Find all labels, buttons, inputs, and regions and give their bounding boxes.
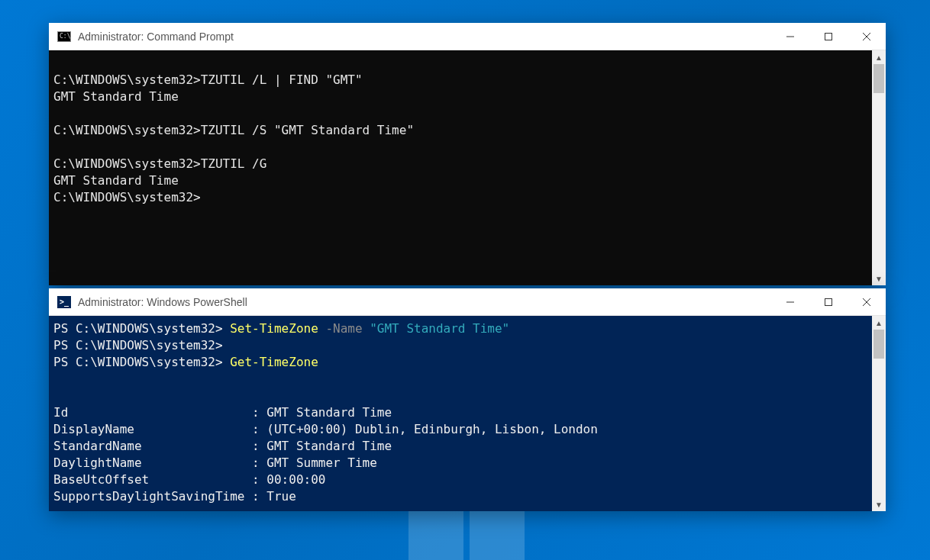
svg-rect-1 xyxy=(825,33,832,40)
windows-desktop-logo xyxy=(408,511,531,560)
close-button[interactable] xyxy=(848,23,886,50)
minimize-button[interactable] xyxy=(771,288,809,315)
ps-title: Administrator: Windows PowerShell xyxy=(78,296,771,308)
minimize-button[interactable] xyxy=(771,23,809,50)
scroll-up-icon[interactable]: ▲ xyxy=(872,50,886,64)
ps-terminal-output[interactable]: PS C:\WINDOWS\system32> Set-TimeZone -Na… xyxy=(49,316,872,511)
cmd-app-icon: C:\ xyxy=(57,31,72,43)
scrollbar-thumb[interactable] xyxy=(873,64,884,93)
scrollbar-thumb[interactable] xyxy=(873,330,884,359)
cmd-titlebar[interactable]: C:\ Administrator: Command Prompt xyxy=(49,23,886,50)
cmd-title: Administrator: Command Prompt xyxy=(78,31,771,43)
powershell-window: >_ Administrator: Windows PowerShell PS … xyxy=(49,288,886,511)
ps-vertical-scrollbar[interactable]: ▲ ▼ xyxy=(872,316,886,511)
cmd-terminal-output[interactable]: C:\WINDOWS\system32>TZUTIL /L | FIND "GM… xyxy=(49,50,872,285)
maximize-button[interactable] xyxy=(809,23,848,50)
ps-window-controls xyxy=(771,288,886,315)
scroll-up-icon[interactable]: ▲ xyxy=(872,316,886,330)
powershell-app-icon: >_ xyxy=(57,296,72,308)
ps-titlebar[interactable]: >_ Administrator: Windows PowerShell xyxy=(49,288,886,316)
cmd-window: C:\ Administrator: Command Prompt C:\WIN… xyxy=(49,23,886,285)
close-button[interactable] xyxy=(848,288,886,315)
cmd-vertical-scrollbar[interactable]: ▲ ▼ xyxy=(872,50,886,285)
cmd-window-controls xyxy=(771,23,886,50)
scroll-down-icon[interactable]: ▼ xyxy=(872,272,886,285)
maximize-button[interactable] xyxy=(809,288,848,315)
svg-rect-5 xyxy=(825,298,832,305)
scroll-down-icon[interactable]: ▼ xyxy=(872,497,886,511)
